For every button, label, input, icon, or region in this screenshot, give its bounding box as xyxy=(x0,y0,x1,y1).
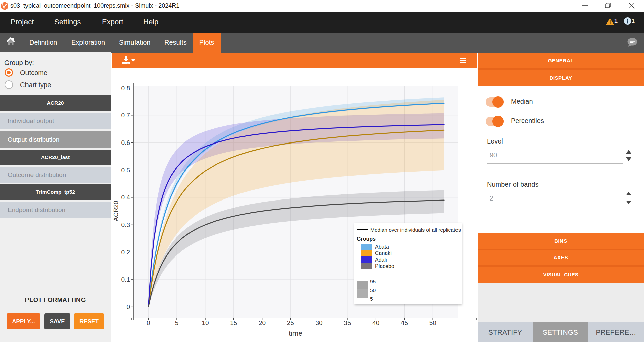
svg-text:ACR20: ACR20 xyxy=(112,201,119,221)
svg-text:5: 5 xyxy=(370,296,373,302)
svg-text:40: 40 xyxy=(372,319,379,326)
svg-text:time: time xyxy=(289,329,302,337)
svg-text:0.2: 0.2 xyxy=(121,249,130,256)
svg-text:50: 50 xyxy=(429,319,436,326)
svg-text:25: 25 xyxy=(287,319,294,326)
svg-text:15: 15 xyxy=(230,319,237,326)
svg-text:0.3: 0.3 xyxy=(121,221,130,228)
svg-text:0.4: 0.4 xyxy=(121,194,130,201)
svg-text:0.1: 0.1 xyxy=(121,276,130,283)
svg-text:Median over individuals of all: Median over individuals of all replicate… xyxy=(370,227,461,233)
svg-text:50: 50 xyxy=(370,287,376,293)
svg-text:Abata: Abata xyxy=(375,244,389,250)
svg-text:20: 20 xyxy=(259,319,266,326)
svg-text:Adali: Adali xyxy=(375,257,387,263)
svg-text:10: 10 xyxy=(202,319,209,326)
svg-text:Placebo: Placebo xyxy=(375,263,394,269)
svg-text:5: 5 xyxy=(175,319,179,326)
svg-text:0: 0 xyxy=(126,303,130,310)
svg-text:Canaki: Canaki xyxy=(375,250,392,256)
svg-text:45: 45 xyxy=(401,319,408,326)
svg-text:0.6: 0.6 xyxy=(121,139,130,146)
svg-text:30: 30 xyxy=(316,319,323,326)
svg-text:0: 0 xyxy=(147,319,150,326)
svg-text:0.7: 0.7 xyxy=(121,112,130,119)
svg-text:35: 35 xyxy=(344,319,351,326)
svg-text:0.8: 0.8 xyxy=(121,84,130,92)
svg-text:0.5: 0.5 xyxy=(121,167,130,174)
svg-text:95: 95 xyxy=(370,279,376,284)
svg-text:Groups: Groups xyxy=(357,236,376,242)
